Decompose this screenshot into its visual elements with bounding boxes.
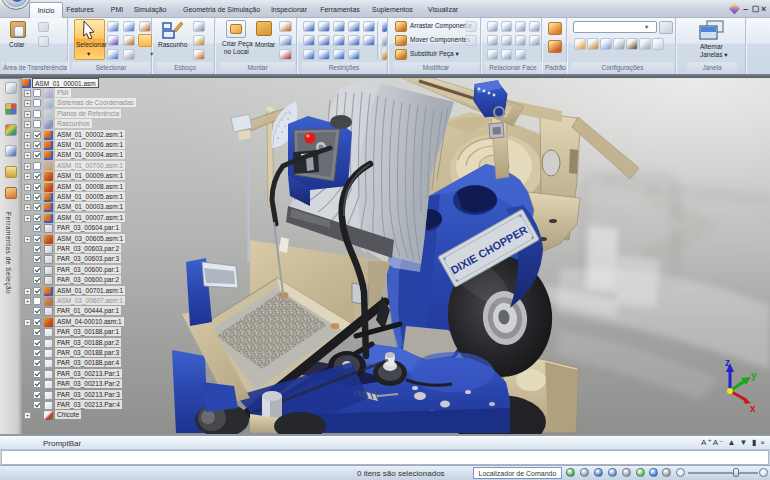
svg-text:y: y <box>751 370 757 381</box>
svg-text:x: x <box>750 403 756 414</box>
svg-text:z: z <box>725 357 730 368</box>
